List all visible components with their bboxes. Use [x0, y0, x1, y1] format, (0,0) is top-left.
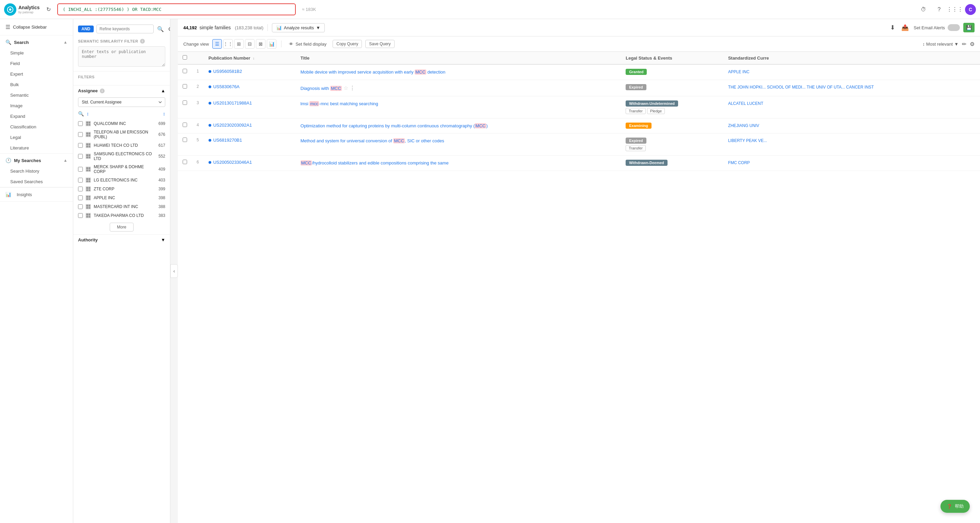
- sidebar-item-semantic[interactable]: Semantic: [0, 90, 73, 100]
- view-mosaic-button[interactable]: ⊟: [245, 39, 255, 49]
- sidebar-item-bulk[interactable]: Bulk: [0, 79, 73, 90]
- search-section-header[interactable]: 🔍 Search ▲: [0, 35, 73, 48]
- search-input[interactable]: [57, 3, 296, 15]
- sidebar-item-expand[interactable]: Expand: [0, 111, 73, 122]
- refresh-button[interactable]: ↻: [43, 4, 54, 15]
- assignee-info-icon[interactable]: i: [100, 89, 105, 93]
- view-list-button[interactable]: ☰: [212, 39, 222, 49]
- sort-button[interactable]: ↕ Most relevant ▼: [923, 41, 959, 47]
- semantic-info-icon[interactable]: i: [140, 39, 145, 44]
- assignee-checkbox[interactable]: [78, 167, 83, 172]
- more-row-button[interactable]: ⋮: [349, 84, 356, 92]
- pub-number-link[interactable]: US20130171988A1: [213, 100, 252, 106]
- assignee-sort-count-icon[interactable]: ↕: [163, 111, 165, 116]
- help-button[interactable]: ❓ 帮助: [940, 500, 970, 513]
- star-button[interactable]: ☆: [343, 84, 349, 92]
- sidebar-item-expert[interactable]: Expert: [0, 69, 73, 79]
- assignee-checkbox[interactable]: [78, 121, 83, 126]
- legal-status-header[interactable]: Legal Status & Events: [621, 52, 723, 64]
- assignee-sort-az-icon[interactable]: ↕: [87, 111, 89, 116]
- download-button[interactable]: ⬇: [889, 22, 897, 33]
- edit-button[interactable]: ✏: [962, 41, 966, 48]
- row-checkbox[interactable]: [183, 100, 187, 105]
- title-text[interactable]: Diagnosis with MCC: [301, 86, 342, 91]
- timer-icon-button[interactable]: ⏱: [918, 4, 929, 15]
- title-text[interactable]: Mobile device with improved service acqu…: [301, 70, 445, 74]
- sidebar-item-saved-searches[interactable]: Saved Searches: [0, 176, 73, 187]
- status-badge: Expired: [625, 84, 646, 90]
- sidebar-item-classification[interactable]: Classification: [0, 122, 73, 132]
- select-all-checkbox[interactable]: [183, 55, 187, 60]
- assignee-select[interactable]: Std. Current Assignee: [78, 97, 165, 107]
- title-text[interactable]: lmsi mcc-mnc best matching searching: [301, 101, 378, 106]
- sidebar-item-simple[interactable]: Simple: [0, 48, 73, 58]
- view-card-button[interactable]: ⊞: [234, 39, 243, 49]
- assignee-checkbox[interactable]: [78, 143, 83, 148]
- pub-number-header[interactable]: Publication Number ↕: [204, 52, 296, 64]
- row-checkbox[interactable]: [183, 84, 187, 89]
- sidebar-item-legal[interactable]: Legal: [0, 132, 73, 143]
- status-dot: [208, 70, 211, 73]
- avatar-button[interactable]: C: [965, 4, 976, 15]
- pub-number-link[interactable]: US20050233046A1: [213, 160, 252, 165]
- row-checkbox[interactable]: [183, 160, 187, 164]
- refine-keywords-input[interactable]: [96, 24, 154, 33]
- collapse-panel-button[interactable]: ‹: [170, 264, 178, 278]
- authority-header[interactable]: Authority ▼: [73, 234, 170, 245]
- assignee-checkbox[interactable]: [78, 187, 83, 191]
- title-header[interactable]: Title: [296, 52, 621, 64]
- title-text[interactable]: Optimization method for capturing protei…: [301, 123, 488, 128]
- pub-number-link[interactable]: US6819270B1: [213, 138, 242, 143]
- assignee-cell: APPLE INC: [724, 64, 980, 80]
- row-checkbox[interactable]: [183, 138, 187, 142]
- my-searches-section: 🕐 My Searches ▲ Search History Saved Sea…: [0, 154, 73, 187]
- analyze-results-button[interactable]: 📊 Analyze results ▼: [272, 23, 325, 32]
- my-searches-header[interactable]: 🕐 My Searches ▲: [0, 154, 73, 166]
- title-text[interactable]: MCC/hydrocolloid stabilizers and edible …: [301, 160, 449, 165]
- assignee-search-icon[interactable]: 🔍: [78, 111, 84, 116]
- sidebar-item-insights[interactable]: 📊 Insights: [0, 187, 73, 201]
- set-field-display-button[interactable]: 👁 Set field display: [286, 40, 329, 48]
- action-badge[interactable]: Transfer: [625, 145, 646, 151]
- action-badge[interactable]: Pledge: [647, 108, 665, 114]
- action-badges: TransferPledge: [625, 106, 718, 114]
- action-badge[interactable]: Transfer: [625, 108, 646, 114]
- pub-number-link[interactable]: US5830676A: [213, 84, 240, 89]
- sidebar-item-image[interactable]: Image: [0, 100, 73, 111]
- sidebar-item-literature[interactable]: Literature: [0, 143, 73, 153]
- sidebar-item-field[interactable]: Field: [0, 58, 73, 69]
- row-checkbox[interactable]: [183, 69, 187, 73]
- filter-options-button[interactable]: ⚙: [167, 25, 170, 33]
- settings-button[interactable]: ⚙: [970, 41, 975, 48]
- assignee-checkbox[interactable]: [78, 195, 83, 200]
- search-icon-button[interactable]: 🔍: [156, 25, 165, 33]
- row-checkbox[interactable]: [183, 122, 187, 127]
- assignee-checkbox[interactable]: [78, 154, 83, 158]
- help-icon-button[interactable]: ?: [934, 4, 945, 15]
- semantic-input[interactable]: [78, 46, 165, 67]
- assignee-checkbox[interactable]: [78, 213, 83, 218]
- view-table-button[interactable]: ⋮⋮: [223, 39, 233, 49]
- collapse-sidebar-btn[interactable]: ☰ Collapse Sidebar: [0, 19, 73, 35]
- pub-number-link[interactable]: US9560581B2: [213, 69, 242, 74]
- more-button[interactable]: More: [110, 223, 133, 231]
- share-button[interactable]: 📤: [900, 22, 910, 33]
- pub-number-cell: US9560581B2: [204, 64, 296, 80]
- copy-query-button[interactable]: Copy Query: [332, 40, 362, 48]
- grid-icon-button[interactable]: ⋮⋮⋮: [949, 4, 960, 15]
- sidebar-item-search-history[interactable]: Search History: [0, 166, 73, 176]
- assignee-header-col[interactable]: Standardized Curre: [724, 52, 980, 64]
- and-button[interactable]: AND: [78, 25, 94, 32]
- view-timeline-button[interactable]: ⊠: [256, 39, 266, 49]
- title-text[interactable]: Method and system for universal conversi…: [301, 138, 444, 143]
- assignee-checkbox[interactable]: [78, 178, 83, 182]
- assignee-header[interactable]: Assignee i ▲: [73, 85, 170, 96]
- view-chart-button[interactable]: 📊: [267, 39, 276, 49]
- save-results-button[interactable]: 💾: [963, 23, 975, 32]
- pub-number-link[interactable]: US20230203092A1: [213, 122, 252, 128]
- assignee-checkbox[interactable]: [78, 204, 83, 209]
- save-query-button[interactable]: Save Query: [365, 40, 394, 48]
- sort-icon: ↕: [923, 41, 925, 47]
- assignee-checkbox[interactable]: [78, 132, 83, 137]
- email-alerts-toggle[interactable]: [948, 24, 960, 31]
